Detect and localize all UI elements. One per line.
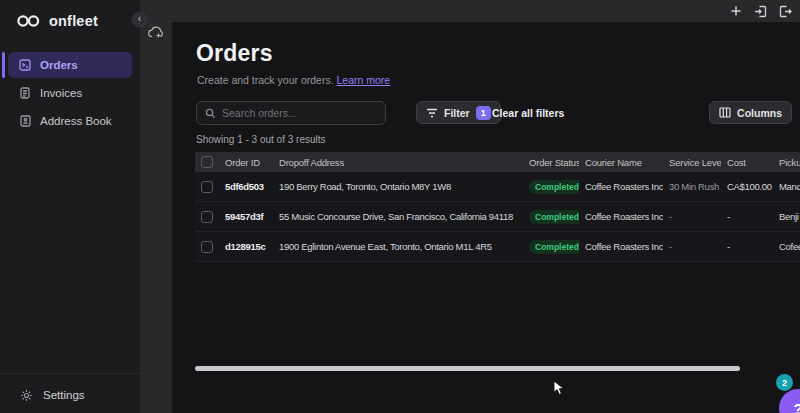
cell-pickup: Mandy <box>773 181 800 192</box>
sidebar-item-orders[interactable]: Orders <box>8 52 132 78</box>
import-icon[interactable] <box>754 5 767 18</box>
cloud-add-icon[interactable] <box>147 24 165 40</box>
status-badge: Completed <box>529 240 579 254</box>
header-dropoff-address[interactable]: Dropoff Address <box>273 157 523 168</box>
cell-service-level: - <box>663 211 721 222</box>
cell-service-level: 30 Min Rush <box>663 181 721 192</box>
results-summary: Showing 1 - 3 out of 3 results <box>196 134 326 145</box>
chevron-left-icon: ‹ <box>138 13 141 24</box>
header-order-id[interactable]: Order ID <box>219 157 273 168</box>
page-subtitle: Create and track your orders. Learn more <box>197 74 390 86</box>
horizontal-scrollbar[interactable] <box>195 366 740 371</box>
orders-icon <box>19 59 31 71</box>
cell-pickup: Benji Ja <box>773 211 800 222</box>
sidebar-item-label: Orders <box>40 59 78 71</box>
topbar <box>172 0 800 22</box>
secondary-rail <box>140 0 172 413</box>
page-title: Orders <box>196 40 273 67</box>
cell-courier-name: Coffee Roasters Inc <box>579 211 663 222</box>
cell-courier-name: Coffee Roasters Inc <box>579 241 663 252</box>
sidebar-collapse-button[interactable]: ‹ <box>132 12 147 27</box>
subtitle-text: Create and track your orders. <box>197 74 334 86</box>
status-badge: Completed <box>529 210 579 224</box>
table-row[interactable]: 5df6d503 190 Berry Road, Toronto, Ontari… <box>195 172 800 202</box>
cell-cost: - <box>721 241 773 252</box>
columns-icon <box>719 107 731 118</box>
search-input[interactable] <box>222 107 377 119</box>
row-checkbox[interactable] <box>201 241 213 253</box>
cell-order-id[interactable]: d128915c <box>219 241 273 252</box>
sidebar-divider <box>0 373 140 374</box>
header-courier-name[interactable]: Courier Name <box>579 157 663 168</box>
cell-dropoff-address: 190 Berry Road, Toronto, Ontario M8Y 1W8 <box>273 181 523 192</box>
header-service-level[interactable]: Service Level <box>663 157 721 168</box>
cell-dropoff-address: 1900 Eglinton Avenue East, Toronto, Onta… <box>273 241 523 252</box>
search-box[interactable] <box>196 101 386 125</box>
columns-label: Columns <box>737 107 782 119</box>
filter-icon <box>426 108 438 118</box>
row-checkbox[interactable] <box>201 211 213 223</box>
orders-table: Order ID Dropoff Address Order Status Co… <box>195 152 800 262</box>
select-all-checkbox[interactable] <box>201 156 213 168</box>
clear-all-filters-button[interactable]: Clear all filters <box>492 107 564 119</box>
sidebar-item-label: Invoices <box>40 87 82 99</box>
chat-notification-badge: 2 <box>776 374 793 391</box>
table-header-row: Order ID Dropoff Address Order Status Co… <box>195 152 800 172</box>
learn-more-link[interactable]: Learn more <box>336 74 390 86</box>
address-book-icon <box>19 115 31 127</box>
sidebar-item-settings[interactable]: Settings <box>0 381 140 409</box>
sidebar: onfleet Orders Invoices <box>0 0 140 413</box>
table-row[interactable]: d128915c 1900 Eglinton Avenue East, Toro… <box>195 232 800 262</box>
question-mark-icon: ? <box>793 400 800 413</box>
sidebar-item-label: Address Book <box>40 115 112 127</box>
cell-service-level: - <box>663 241 721 252</box>
onfleet-logo-icon <box>16 14 41 28</box>
cell-order-id[interactable]: 5df6d503 <box>219 181 273 192</box>
table-row[interactable]: 59457d3f 55 Music Concourse Drive, San F… <box>195 202 800 232</box>
main-content: Orders Create and track your orders. Lea… <box>172 22 800 413</box>
header-order-status[interactable]: Order Status <box>523 157 579 168</box>
filter-button[interactable]: Filter 1 <box>416 101 501 124</box>
columns-button[interactable]: Columns <box>709 101 792 124</box>
cell-courier-name: Coffee Roasters Inc <box>579 181 663 192</box>
header-pickup[interactable]: Pickup <box>773 157 800 168</box>
cell-order-id[interactable]: 59457d3f <box>219 211 273 222</box>
gear-icon <box>20 389 33 402</box>
sidebar-item-address-book[interactable]: Address Book <box>8 108 132 134</box>
filter-label: Filter <box>444 107 470 119</box>
export-icon[interactable] <box>779 5 792 18</box>
sidebar-item-invoices[interactable]: Invoices <box>8 80 132 106</box>
invoices-icon <box>19 87 31 99</box>
cell-pickup: Cofee S <box>773 241 800 252</box>
row-checkbox[interactable] <box>201 181 213 193</box>
cell-dropoff-address: 55 Music Concourse Drive, San Francisco,… <box>273 211 523 222</box>
cell-cost: CA$100.00 <box>721 181 773 192</box>
filter-count-badge: 1 <box>476 106 491 120</box>
brand-name: onfleet <box>49 13 98 29</box>
cell-cost: - <box>721 211 773 222</box>
brand: onfleet <box>0 0 140 32</box>
header-cost[interactable]: Cost <box>721 157 773 168</box>
sidebar-nav: Orders Invoices Address Book <box>0 52 140 136</box>
search-icon <box>205 108 216 119</box>
add-icon[interactable] <box>730 5 742 17</box>
settings-label: Settings <box>43 389 85 401</box>
status-badge: Completed <box>529 180 579 194</box>
controls-row: Filter 1 Clear all filters Columns <box>196 101 792 125</box>
